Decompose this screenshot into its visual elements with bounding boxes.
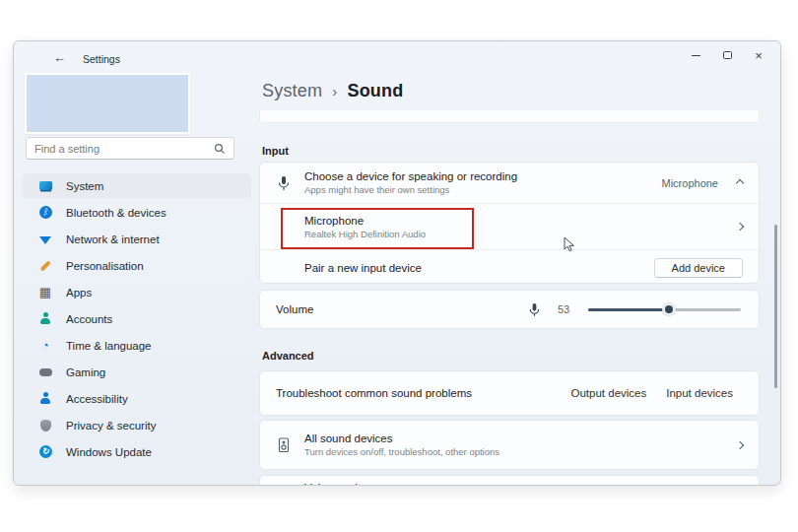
sidebar-item-personalisation[interactable]: Personalisation bbox=[23, 253, 251, 278]
sidebar-item-label: System bbox=[66, 180, 103, 192]
selected-device-value: Microphone bbox=[662, 177, 718, 189]
sidebar: System ᛒ Bluetooth & devices Network & i… bbox=[23, 173, 251, 466]
row-title: Pair a new input device bbox=[304, 262, 641, 274]
accessibility-person-icon bbox=[37, 391, 53, 407]
breadcrumb-parent[interactable]: System bbox=[262, 81, 322, 100]
pair-input-device-row: Pair a new input device Add device bbox=[260, 250, 759, 285]
system-icon bbox=[37, 178, 53, 194]
choose-input-device-row[interactable]: Choose a device for speaking or recordin… bbox=[260, 163, 759, 203]
annotation-highlight-box bbox=[281, 208, 474, 249]
slider-fill bbox=[588, 308, 669, 312]
add-device-button[interactable]: Add device bbox=[654, 258, 743, 278]
volume-label: Volume bbox=[276, 303, 515, 315]
sidebar-item-label: Accounts bbox=[66, 313, 112, 325]
microphone-icon bbox=[276, 175, 292, 191]
breadcrumb: System›Sound bbox=[262, 81, 403, 101]
close-button[interactable]: × bbox=[743, 45, 774, 65]
back-button[interactable]: ← bbox=[53, 50, 66, 65]
sidebar-item-system[interactable]: System bbox=[23, 173, 251, 198]
sidebar-item-label: Bluetooth & devices bbox=[66, 207, 166, 219]
sidebar-item-label: Privacy & security bbox=[66, 420, 156, 432]
output-devices-link[interactable]: Output devices bbox=[571, 387, 647, 399]
volume-card: Volume 53 bbox=[259, 290, 760, 329]
row-title: Volume mixer bbox=[304, 482, 743, 486]
minimize-button[interactable] bbox=[680, 45, 711, 65]
sidebar-item-label: Time & language bbox=[66, 340, 152, 352]
account-info-redacted bbox=[25, 73, 190, 134]
bluetooth-icon: ᛒ bbox=[37, 205, 53, 221]
row-title: Troubleshoot common sound problems bbox=[276, 387, 559, 399]
search-box bbox=[26, 137, 234, 160]
input-section-label: Input bbox=[262, 145, 289, 157]
settings-window: ← Settings × System ᛒ Blue bbox=[13, 40, 781, 486]
input-devices-link[interactable]: Input devices bbox=[666, 387, 733, 399]
maximize-icon bbox=[723, 51, 732, 59]
window-title: Settings bbox=[83, 53, 120, 65]
chevron-right-icon bbox=[736, 223, 744, 231]
wifi-icon bbox=[37, 232, 53, 247]
brush-icon bbox=[37, 258, 53, 274]
advanced-section-label: Advanced bbox=[262, 350, 314, 362]
mixer-icon bbox=[276, 482, 292, 486]
maximize-button[interactable] bbox=[711, 45, 743, 65]
row-title: All sound devices bbox=[304, 432, 724, 444]
sidebar-item-label: Apps bbox=[66, 287, 92, 299]
mouse-cursor bbox=[564, 236, 575, 253]
clock-icon: ◔ bbox=[37, 338, 53, 354]
slider-thumb[interactable] bbox=[663, 303, 675, 315]
sidebar-item-windows-update[interactable]: ↻ Windows Update bbox=[23, 439, 251, 464]
sidebar-item-label: Windows Update bbox=[66, 446, 152, 458]
row-title: Choose a device for speaking or recordin… bbox=[304, 170, 649, 182]
breadcrumb-separator: › bbox=[332, 83, 337, 100]
gamepad-icon bbox=[37, 365, 53, 380]
sidebar-item-accessibility[interactable]: Accessibility bbox=[23, 386, 251, 411]
volume-slider[interactable] bbox=[588, 302, 741, 316]
sidebar-item-label: Network & internet bbox=[66, 233, 160, 245]
sidebar-item-network[interactable]: Network & internet bbox=[23, 227, 251, 251]
person-icon bbox=[37, 311, 53, 327]
chevron-up-icon bbox=[736, 178, 744, 186]
sidebar-item-accounts[interactable]: Accounts bbox=[23, 306, 251, 331]
search-input[interactable] bbox=[34, 143, 214, 155]
chevron-right-icon bbox=[736, 440, 744, 448]
close-icon: × bbox=[755, 49, 763, 62]
troubleshoot-card: Troubleshoot common sound problems Outpu… bbox=[259, 370, 760, 416]
scrolled-card-remnant bbox=[259, 110, 760, 123]
vertical-scrollbar[interactable] bbox=[774, 225, 777, 388]
volume-value: 53 bbox=[554, 303, 569, 315]
shield-icon bbox=[37, 418, 53, 433]
update-icon: ↻ bbox=[37, 444, 53, 460]
troubleshoot-links: Output devices Input devices bbox=[571, 387, 733, 399]
sidebar-item-gaming[interactable]: Gaming bbox=[23, 360, 251, 384]
speaker-device-icon bbox=[276, 437, 292, 453]
page-title: Sound bbox=[347, 81, 403, 100]
selected-indicator bbox=[23, 178, 26, 194]
search-icon[interactable] bbox=[214, 143, 226, 155]
microphone-icon[interactable] bbox=[528, 302, 541, 317]
window-controls: × bbox=[680, 45, 774, 65]
row-subtitle: Apps might have their own settings bbox=[304, 184, 649, 195]
sidebar-item-label: Personalisation bbox=[66, 260, 144, 272]
row-subtitle: Turn devices on/off, troubleshoot, other… bbox=[304, 446, 724, 457]
desktop: ← Settings × System ᛒ Blue bbox=[0, 0, 798, 532]
all-sound-devices-row[interactable]: All sound devices Turn devices on/off, t… bbox=[259, 420, 760, 470]
sidebar-item-label: Gaming bbox=[66, 366, 105, 378]
volume-mixer-row[interactable]: Volume mixer bbox=[259, 475, 760, 486]
sidebar-item-privacy[interactable]: Privacy & security bbox=[23, 413, 251, 437]
sidebar-item-time-language[interactable]: ◔ Time & language bbox=[23, 333, 251, 358]
sidebar-item-label: Accessibility bbox=[66, 393, 128, 405]
minimize-icon bbox=[692, 55, 700, 56]
apps-grid-icon: ▦ bbox=[37, 285, 53, 300]
sidebar-item-apps[interactable]: ▦ Apps bbox=[23, 280, 251, 304]
sidebar-item-bluetooth[interactable]: ᛒ Bluetooth & devices bbox=[23, 200, 251, 225]
